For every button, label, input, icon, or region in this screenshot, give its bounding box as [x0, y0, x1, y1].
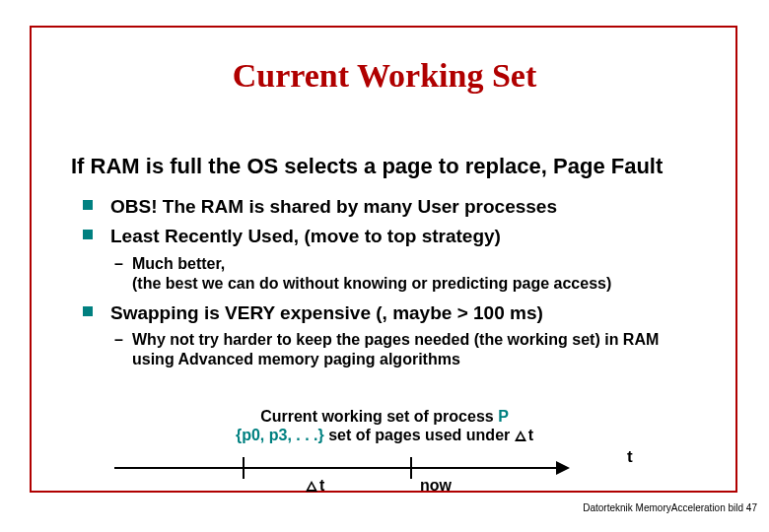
bullet-1-text: OBS! The RAM is shared by many User proc…	[110, 196, 557, 217]
ws-line1-pre: Current working set of process	[260, 408, 498, 425]
delta-icon	[306, 481, 317, 492]
ws-delta-t-letter: t	[528, 427, 533, 443]
working-set-definition: Current working set of process P {p0, p3…	[0, 407, 769, 444]
bullet-3: Swapping is VERY expensive (, maybe > 10…	[83, 301, 714, 325]
ws-page-set: {p0, p3, . . .}	[236, 427, 324, 443]
bullet-3-sub-line2: using Advanced memory paging algorithms	[132, 351, 460, 367]
delta-icon	[515, 431, 526, 441]
timeline: t t now	[114, 453, 666, 502]
bullet-square-icon	[83, 200, 93, 210]
timeline-now-label: now	[420, 477, 452, 495]
bullet-3-text: Swapping is VERY expensive (, maybe > 10…	[110, 302, 543, 323]
bullet-list: OBS! The RAM is shared by many User proc…	[83, 195, 714, 377]
bullet-2-text: Least Recently Used, (move to top strate…	[110, 226, 501, 246]
bullet-3-sub: Why not try harder to keep the pages nee…	[83, 330, 714, 369]
bullet-2-sub-line1: Much better,	[132, 255, 225, 272]
timeline-t-label: t	[627, 447, 633, 467]
ws-line2-mid: set of pages used under	[324, 427, 515, 443]
intro-text: If RAM is full the OS selects a page to …	[71, 154, 702, 179]
slide-title: Current Working Set	[0, 57, 769, 95]
ws-delta-t: t	[515, 427, 533, 443]
timeline-delta-t-letter: t	[319, 477, 324, 494]
slide-footer: Datorteknik MemoryAcceleration bild 47	[583, 502, 757, 513]
timeline-tick-now	[410, 457, 412, 479]
arrow-right-icon	[556, 461, 570, 475]
bullet-2-sub: Much better, (the best we can do without…	[83, 254, 714, 294]
bullet-1: OBS! The RAM is shared by many User proc…	[83, 195, 714, 219]
timeline-tick-start	[243, 457, 245, 479]
bullet-2: Least Recently Used, (move to top strate…	[83, 225, 714, 248]
timeline-axis	[114, 467, 558, 469]
bullet-square-icon	[83, 306, 93, 316]
timeline-delta-t: t	[306, 477, 324, 495]
bullet-square-icon	[83, 230, 93, 239]
ws-process-symbol: P	[498, 408, 509, 425]
bullet-2-sub-line2: (the best we can do without knowing or p…	[132, 275, 611, 292]
bullet-3-sub-line1: Why not try harder to keep the pages nee…	[132, 331, 659, 348]
